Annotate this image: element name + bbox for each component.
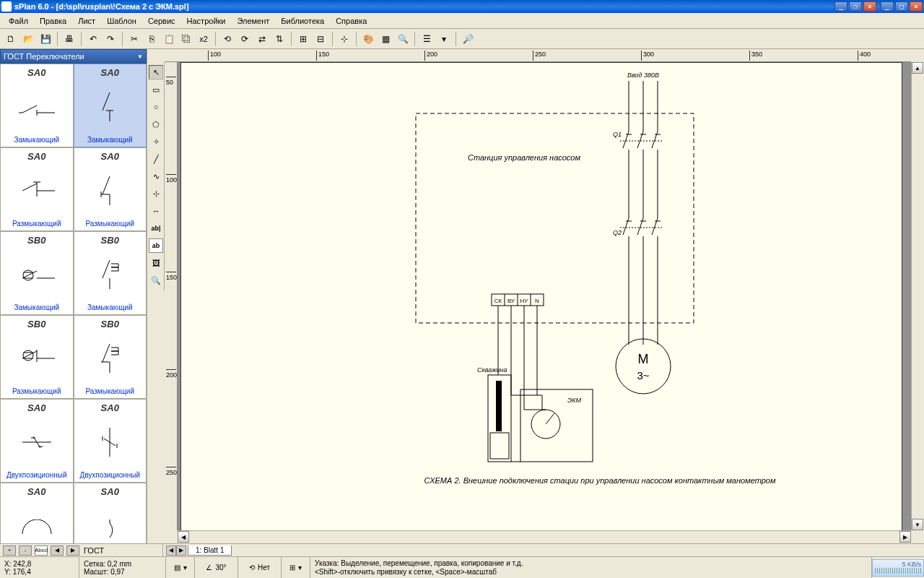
library-name: ГОСТ — [84, 546, 104, 555]
open-icon[interactable]: 📂 — [20, 31, 36, 47]
list-icon[interactable]: ☰ — [419, 31, 435, 47]
copy-icon[interactable]: ⎘ — [144, 31, 160, 47]
image-tool-icon[interactable]: 🖼 — [149, 256, 163, 270]
new-icon[interactable]: 🗋 — [3, 31, 19, 47]
scroll-left-icon[interactable]: ◀ — [178, 531, 189, 543]
component-0[interactable]: SA0Замыкающий — [0, 64, 74, 147]
scroll-right-icon[interactable]: ▶ — [899, 531, 911, 543]
flip-h-icon[interactable]: ⇄ — [254, 31, 270, 47]
lib-toggle-2[interactable]: - — [19, 545, 32, 556]
lib-toggle-abcd[interactable]: Abcd — [35, 545, 48, 556]
component-symbol-icon — [15, 413, 58, 471]
lib-toggle-right[interactable]: ▶ — [66, 545, 79, 556]
menu-element[interactable]: Элемент — [231, 15, 275, 27]
lib-toggle-1[interactable]: + — [3, 545, 16, 556]
status-angle[interactable]: ∠30° — [195, 557, 238, 578]
inner-close-button[interactable]: × — [863, 1, 876, 12]
dropdown-icon[interactable]: ▾ — [436, 31, 452, 47]
minimize-button[interactable]: _ — [834, 1, 847, 12]
menu-service[interactable]: Сервис — [142, 15, 181, 27]
x2-button[interactable]: x2 — [196, 31, 212, 47]
vertical-scrollbar[interactable]: ▲ ▼ — [911, 62, 924, 530]
paste-icon[interactable]: 📋 — [161, 31, 177, 47]
canvas-page[interactable]: Ввод 380В Станция управления насосом Q1 — [180, 62, 902, 530]
redo-icon[interactable]: ↷ — [103, 31, 118, 47]
component-6[interactable]: SB0Размыкающий — [0, 315, 74, 399]
menu-settings[interactable]: Настройки — [181, 15, 232, 27]
component-symbol-icon — [15, 329, 58, 387]
close-button[interactable]: × — [910, 1, 923, 12]
rect-tool-icon[interactable]: ▭ — [149, 82, 163, 97]
print-icon[interactable]: 🖶 — [61, 31, 77, 47]
save-icon[interactable]: 💾 — [38, 31, 53, 47]
pointer-tool-icon[interactable]: ↖ — [149, 65, 163, 79]
tab-next-icon[interactable]: ▶ — [176, 545, 186, 556]
flip-v-icon[interactable]: ⇅ — [271, 31, 287, 47]
status-extra[interactable]: ⊞▾ — [282, 557, 310, 578]
menu-file[interactable]: Файл — [3, 15, 34, 27]
status-snap[interactable]: ⟲Нет — [238, 557, 282, 578]
component-label: Замыкающий — [87, 136, 133, 144]
component-5[interactable]: SB0Замыкающий — [74, 231, 147, 315]
zoom-tool-icon[interactable]: 🔍 — [149, 273, 163, 288]
ruler-horizontal: 100150200250300350400 — [165, 49, 911, 62]
main-toolbar: 🗋 📂 💾 🖶 ↶ ↷ ✂ ⎘ 📋 ⿻ x2 ⟲ ⟳ ⇄ ⇅ ⊞ ⊟ ⊹ 🎨 ▦… — [0, 29, 924, 49]
component-label: Двухпозиционный — [6, 471, 67, 479]
minimize-button-outer[interactable]: _ — [881, 1, 894, 12]
maximize-button[interactable]: □ — [895, 1, 908, 12]
lib-toggle-left[interactable]: ◀ — [51, 545, 64, 556]
color-icon[interactable]: 🎨 — [360, 31, 376, 47]
horizontal-scrollbar[interactable]: ◀ ▶ — [178, 530, 911, 543]
menu-sheet[interactable]: Лист — [72, 15, 101, 27]
scroll-up-icon[interactable]: ▲ — [912, 62, 923, 74]
poly-tool-icon[interactable]: ⬠ — [149, 117, 163, 131]
menu-library[interactable]: Библиотека — [275, 15, 330, 27]
snap-status-icon: ⟲ — [249, 564, 255, 571]
component-10[interactable]: SA0 — [0, 483, 74, 543]
menu-edit[interactable]: Правка — [34, 15, 72, 27]
category-selector[interactable]: ГОСТ Переключатели — [0, 49, 147, 64]
component-1[interactable]: SA0Замыкающий — [74, 64, 147, 147]
ungroup-icon[interactable]: ⊟ — [313, 31, 328, 47]
form-icon[interactable]: ▦ — [378, 31, 393, 47]
text-tool-icon[interactable]: ab| — [149, 221, 163, 236]
group-icon[interactable]: ⊞ — [295, 31, 311, 47]
page-tab-1[interactable]: 1: Blatt 1 — [188, 545, 232, 556]
component-9[interactable]: SA0Двухпозиционный — [74, 399, 147, 483]
undo-icon[interactable]: ↶ — [85, 31, 101, 47]
zoom-fit-icon[interactable]: 🔎 — [460, 31, 476, 47]
component-label: Двухпозиционный — [79, 471, 140, 479]
component-7[interactable]: SB0Размыкающий — [74, 315, 147, 399]
canvas-viewport[interactable]: Ввод 380В Станция управления насосом Q1 — [178, 62, 911, 530]
component-4[interactable]: SB0Замыкающий — [0, 231, 74, 315]
component-8[interactable]: SA0Двухпозиционный — [0, 399, 74, 483]
status-grid-scale: Сетка: 0,2 mmМасшт: 0,97 — [79, 557, 166, 578]
component-11[interactable]: SA0 — [74, 483, 147, 543]
scroll-down-icon[interactable]: ▼ — [912, 519, 923, 530]
dimension-tool-icon[interactable]: ↔ — [149, 204, 163, 218]
status-layer[interactable]: ▤▾ — [166, 557, 195, 578]
line-tool-icon[interactable]: ╱ — [149, 152, 163, 166]
restore-button[interactable]: ❐ — [849, 1, 862, 12]
component-2[interactable]: SA0Размыкающий — [0, 147, 74, 231]
special-tool-icon[interactable]: ✧ — [149, 134, 163, 149]
component-3[interactable]: SA0Размыкающий — [74, 147, 147, 231]
menu-help[interactable]: Справка — [330, 15, 372, 27]
circle-tool-icon[interactable]: ○ — [149, 100, 163, 114]
cut-icon[interactable]: ✂ — [126, 31, 142, 47]
svg-text:N: N — [535, 298, 539, 304]
component-id: SB0 — [101, 235, 119, 246]
label-tool-icon[interactable]: ab — [149, 238, 163, 253]
svg-line-48 — [652, 131, 658, 148]
duplicate-icon[interactable]: ⿻ — [178, 31, 194, 47]
svg-rect-73 — [490, 433, 509, 459]
bezier-tool-icon[interactable]: ∿ — [149, 169, 163, 184]
tab-prev-icon[interactable]: ◀ — [166, 545, 176, 556]
find-icon[interactable]: 🔍 — [395, 31, 411, 47]
menu-template[interactable]: Шаблон — [101, 15, 142, 27]
snap-icon[interactable]: ⊹ — [336, 31, 352, 47]
node-tool-icon[interactable]: ⊹ — [149, 186, 163, 201]
rotate-left-icon[interactable]: ⟲ — [219, 31, 235, 47]
svg-line-20 — [103, 260, 110, 278]
rotate-right-icon[interactable]: ⟳ — [237, 31, 253, 47]
